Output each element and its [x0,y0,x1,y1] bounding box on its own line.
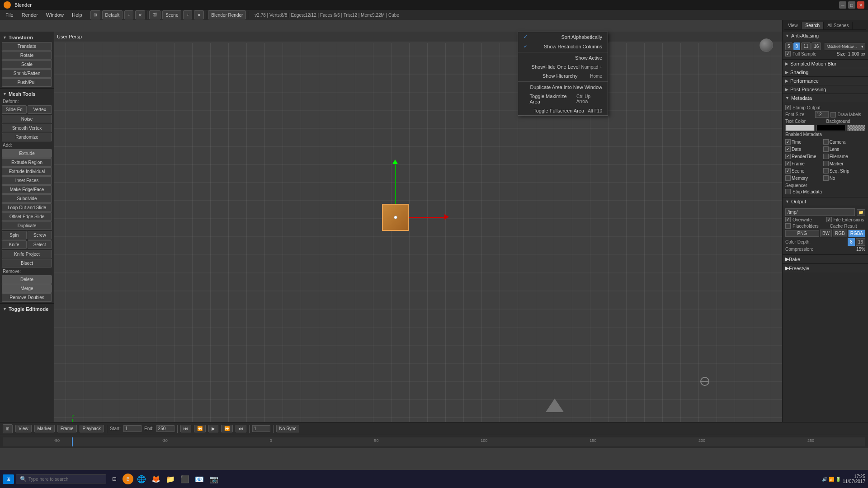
draw-labels-checkbox[interactable] [830,112,836,117]
layout-selector[interactable]: Default [102,10,123,19]
bg-color-swatch[interactable] [816,125,846,131]
dd-sort-alpha[interactable]: ✓ Sort Alphabetically [518,32,608,42]
menu-file[interactable]: File [2,11,17,19]
performance-header[interactable]: ▶ Performance [783,77,868,85]
overwrite-checkbox[interactable] [785,217,791,222]
strip-meta-checkbox[interactable] [785,189,791,194]
metadata-header[interactable]: ▼ Metadata [783,94,868,102]
tab-search[interactable]: Search [802,22,824,29]
slide-ed-button[interactable]: Slide Ed [2,105,27,114]
randomize-button[interactable]: Randomize [2,133,52,141]
shading-header[interactable]: ▶ Shading [783,68,868,76]
lens-checkbox[interactable] [823,146,829,152]
camera-checkbox[interactable] [823,139,829,145]
placeholders-checkbox[interactable] [785,223,791,229]
app6-icon[interactable]: 📷 [208,473,220,485]
stamp-checkbox[interactable] [785,105,791,110]
sample-16[interactable]: 16 [811,42,821,50]
screw-button[interactable]: Screw [28,231,52,239]
play-prev[interactable]: ⏪ [194,425,206,432]
add-layout[interactable]: + [124,10,133,19]
extrude-individual-button[interactable]: Extrude Individual [2,167,52,176]
subdivide-button[interactable]: Subdivide [2,194,52,203]
remove-layout[interactable]: ✕ [135,10,145,19]
screen-selector[interactable]: ⊞ [90,10,100,19]
close-button[interactable]: ✕ [857,1,864,9]
make-edge-face-button[interactable]: Make Edge/Face [2,185,52,194]
filename-checkbox[interactable] [823,154,829,159]
scene-add[interactable]: + [183,10,192,19]
scene-checkbox[interactable] [785,168,791,174]
knife-button[interactable]: Knife [2,240,27,249]
maximize-button[interactable]: □ [848,1,855,9]
depth-16[interactable]: 16 [856,238,865,246]
sb-playback[interactable]: Playback [80,425,104,432]
end-frame[interactable] [156,425,175,432]
post-processing-header[interactable]: ▶ Post Processing [783,85,868,94]
dd-show-hide-one[interactable]: Show/Hide One Level Numpad + [518,62,608,71]
vertex-button[interactable]: Vertex [28,105,52,114]
sample-11[interactable]: 11 [801,42,811,50]
marker-checkbox[interactable] [823,161,829,166]
time-checkbox[interactable] [785,139,791,145]
menu-window[interactable]: Window [42,11,67,19]
dd-show-active[interactable]: Show Active [518,53,608,62]
sb-frame[interactable]: Frame [57,425,77,432]
remove-doubles-button[interactable]: Remove Doubles [2,293,52,302]
menu-help[interactable]: Help [68,11,86,19]
sb-marker[interactable]: Marker [34,425,55,432]
dd-toggle-max[interactable]: Toggle Maximize Area Ctrl Up Arrow [518,92,608,106]
duplicate-button[interactable]: Duplicate [2,221,52,230]
start-frame[interactable] [123,425,142,432]
freestyle-header[interactable]: ▶ Freestyle [783,264,868,272]
text-color-swatch[interactable] [785,125,815,131]
delete-button[interactable]: Delete [2,275,52,284]
push-pull-button[interactable]: Push/Pull [2,78,52,87]
full-sample-checkbox[interactable] [785,51,791,56]
blender-taskbar-icon[interactable]: B [123,474,133,484]
sb-view[interactable]: View [15,425,32,432]
file-explorer-icon[interactable]: 📁 [164,473,177,485]
seqstrip-checkbox[interactable] [823,168,829,174]
format-selector[interactable]: PNG [785,230,819,237]
scene-selector[interactable]: Scene [162,10,181,19]
scene-remove[interactable]: ✕ [194,10,204,19]
navigation-sphere[interactable] [760,38,773,52]
no-checkbox[interactable] [823,175,829,181]
offset-edge-slide-button[interactable]: Offset Edge Slide [2,212,52,221]
task-view-icon[interactable]: ⊟ [108,473,121,485]
toggle-editmode-header[interactable]: ▼ Toggle Editmode [0,305,54,313]
search-box[interactable]: 🔍 [16,474,106,483]
merge-button[interactable]: Merge [2,284,52,293]
font-size-input[interactable] [815,111,829,118]
memory-checkbox[interactable] [785,175,791,181]
play-end[interactable]: ⏭ [236,425,246,432]
app5-icon[interactable]: 📧 [193,473,206,485]
transform-section-header[interactable]: ▼ Transform [0,33,54,42]
play-start[interactable]: ⏮ [180,425,191,432]
rendertime-checkbox[interactable] [785,154,791,159]
firefox-taskbar-icon[interactable]: 🦊 [150,473,162,485]
output-path[interactable] [785,208,855,216]
sync-selector[interactable]: No Sync [276,425,300,432]
extrude-region-button[interactable]: Extrude Region [2,158,52,167]
minimize-button[interactable]: ─ [839,1,846,9]
viewport[interactable]: User Persp X Y (1) Cube [54,32,782,448]
menu-render[interactable]: Render [18,11,42,19]
date-checkbox[interactable] [785,146,791,152]
smooth-vertex-button[interactable]: Smooth Vertex [2,124,52,132]
depth-8[interactable]: 8 [848,238,855,246]
dd-toggle-full[interactable]: Toggle Fullscreen Area Alt F10 [518,106,608,115]
filter-selector[interactable]: Mitchell-Netrav... ▾ [825,43,865,50]
engine-selector[interactable]: Blender Render [208,10,246,19]
current-frame[interactable] [252,425,270,432]
mesh-tools-section-header[interactable]: ▼ Mesh Tools [0,90,54,98]
search-input[interactable] [28,477,102,482]
translate-button[interactable]: Translate [2,42,52,51]
play-next[interactable]: ⏩ [221,425,233,432]
rgba-button[interactable]: RGBA [848,230,865,237]
bisect-button[interactable]: Bisect [2,259,52,267]
inset-faces-button[interactable]: Inset Faces [2,176,52,185]
browse-path-button[interactable]: 📁 [857,209,865,216]
bw-button[interactable]: BW [820,230,832,237]
